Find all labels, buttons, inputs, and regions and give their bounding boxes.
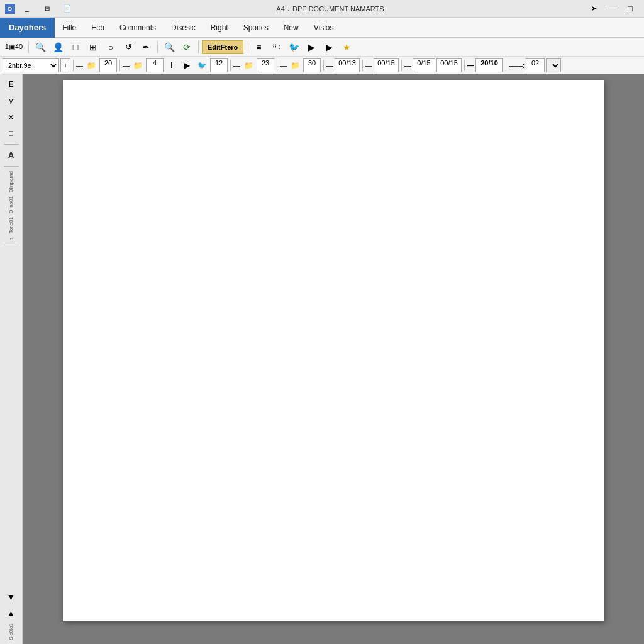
app-icon: D xyxy=(5,4,15,14)
menu-vislos[interactable]: Vislos xyxy=(306,18,341,38)
sidebar-btn-1[interactable]: E xyxy=(3,77,20,92)
num-field-7[interactable]: 00/15 xyxy=(374,58,399,72)
sidebar-btn-letter-a[interactable]: A xyxy=(3,148,20,163)
maximize-button[interactable]: □ xyxy=(621,1,639,17)
sidebar-label-1: Dlinparnd xyxy=(8,171,14,192)
folder4-icon: 📁 xyxy=(288,58,302,72)
sidebar-label-4: n xyxy=(8,238,14,240)
dash4: — xyxy=(280,62,287,69)
main-document-area[interactable] xyxy=(23,74,644,644)
folder1-icon: 📁 xyxy=(84,58,98,72)
refresh-button[interactable]: ↺ xyxy=(120,40,136,55)
sidebar-label-2: Dlinp01 xyxy=(8,196,14,213)
filter-button[interactable]: EditFtero xyxy=(202,40,243,54)
search-button[interactable]: 🔍 xyxy=(32,40,48,55)
side-sep3 xyxy=(4,245,19,245)
title-bar-left: D _ ⊟ 📄 xyxy=(5,3,75,15)
title-bar-extra[interactable]: ➤ xyxy=(585,1,602,17)
grid-button[interactable]: ⊞ xyxy=(85,40,101,55)
num-dropdown[interactable] xyxy=(546,58,561,72)
search2-button[interactable]: 🔍 xyxy=(161,40,177,55)
page-num-display: 1▣40 xyxy=(3,40,25,55)
bookmark-button[interactable]: ★ xyxy=(338,40,355,55)
num-field-2[interactable]: 4 xyxy=(146,58,164,72)
num-field-3[interactable]: 12 xyxy=(210,58,228,72)
document-canvas xyxy=(63,80,604,621)
taskbar-restore[interactable]: ⊟ xyxy=(39,3,55,15)
menu-sporics[interactable]: Sporics xyxy=(236,18,276,38)
menu-ecb[interactable]: Ecb xyxy=(84,18,112,38)
sidebar-btn-square[interactable]: □ xyxy=(3,126,20,141)
refresh2-button[interactable]: ⟳ xyxy=(179,40,195,55)
app-name[interactable]: Dayohers xyxy=(0,18,55,38)
toolbar-row2: 2nbr.9e + — 📁 20 — 📁 4 I ▶ 🐦 12 — 📁 23 —… xyxy=(0,57,644,74)
folder3-icon: 📁 xyxy=(242,58,255,72)
t2sep7 xyxy=(401,60,402,71)
dash5: — xyxy=(326,62,333,69)
sidebar-btn-2[interactable]: y xyxy=(3,93,20,108)
menu-disesic[interactable]: Disesic xyxy=(164,18,203,38)
align-left-button[interactable]: ≡ xyxy=(250,40,267,55)
taskbar-minimize[interactable]: _ xyxy=(19,3,35,15)
dash2: — xyxy=(123,62,130,69)
bold-button[interactable]: I xyxy=(165,58,179,72)
menu-right[interactable]: Right xyxy=(203,18,236,38)
circle-button[interactable]: ○ xyxy=(103,40,119,55)
shape-square-button[interactable]: □ xyxy=(67,40,84,55)
dash3: — xyxy=(233,62,240,69)
t2sep4 xyxy=(277,60,277,71)
dash6: — xyxy=(365,62,372,69)
dash1: — xyxy=(76,62,83,69)
bird-icon: 🐦 xyxy=(195,58,209,72)
menu-comments[interactable]: Comments xyxy=(112,18,164,38)
sidebar-btn-up[interactable]: ▲ xyxy=(3,606,20,621)
dash7: — xyxy=(404,62,411,69)
title-bar: D _ ⊟ 📄 A4 ÷ DPE DOCUMENT NAMARTS ➤ — □ xyxy=(0,0,644,18)
dash8: — xyxy=(467,62,474,69)
sidebar-btn-cross[interactable]: ✕ xyxy=(3,109,20,125)
num-field-5[interactable]: 30 xyxy=(303,58,321,72)
taskbar-icon[interactable]: 📄 xyxy=(59,3,75,15)
t2sep8 xyxy=(464,60,465,71)
dash9: ——: xyxy=(509,62,525,69)
side-sep1 xyxy=(4,144,19,145)
num-field-6[interactable]: 00/13 xyxy=(335,58,360,72)
num-field-9[interactable]: 00/15 xyxy=(436,58,462,72)
sep2 xyxy=(157,41,158,53)
folder2-icon: 📁 xyxy=(131,58,145,72)
play-button[interactable]: ▶ xyxy=(303,40,319,55)
window-controls: ➤ — □ xyxy=(585,1,639,17)
title-text: A4 ÷ DPE DOCUMENT NAMARTS xyxy=(276,5,384,13)
add-button[interactable]: + xyxy=(60,58,70,72)
t2sep9 xyxy=(506,60,506,71)
sidebar-bottom-label: Slo0lo1 xyxy=(8,623,14,640)
t2sep2 xyxy=(119,60,120,71)
twitter-button[interactable]: 🐦 xyxy=(286,40,302,55)
user-button[interactable]: 👤 xyxy=(50,40,66,55)
t2sep3 xyxy=(230,60,231,71)
num-field-4[interactable]: 23 xyxy=(257,58,274,72)
num-field-8[interactable]: 0/15 xyxy=(413,58,435,72)
sep1 xyxy=(28,41,29,53)
pen-button[interactable]: ✒ xyxy=(138,40,154,55)
sep4 xyxy=(247,41,247,53)
play3-button[interactable]: ▶ xyxy=(180,58,194,72)
num-field-1[interactable]: 20 xyxy=(99,58,117,72)
more-dots-button[interactable]: ⠿ : xyxy=(268,40,284,55)
t2sep1 xyxy=(73,60,74,71)
play2-button[interactable]: ▶ xyxy=(321,40,337,55)
num-field-10[interactable]: 20/10 xyxy=(475,58,503,72)
t2sep6 xyxy=(362,60,363,71)
toolbar-row1: 1▣40 🔍 👤 □ ⊞ ○ ↺ ✒ 🔍 ⟳ EditFtero ≡ ⠿ : 🐦… xyxy=(0,38,644,57)
sep3 xyxy=(198,41,199,53)
sidebar: E y ✕ □ A Dlinparnd Dlinp01 Tono01 n ▼ ▲… xyxy=(0,74,23,644)
font-selector[interactable]: 2nbr.9e xyxy=(3,58,59,72)
num-field-11[interactable]: 02 xyxy=(526,58,545,72)
sidebar-btn-down[interactable]: ▼ xyxy=(3,589,20,604)
menu-fille[interactable]: Fille xyxy=(55,18,84,38)
menu-bar: Dayohers Fille Ecb Comments Disesic Righ… xyxy=(0,18,644,38)
t2sep5 xyxy=(323,60,324,71)
menu-new[interactable]: New xyxy=(276,18,306,38)
sidebar-label-3: Tono01 xyxy=(8,217,14,233)
minimize-button[interactable]: — xyxy=(603,1,621,17)
